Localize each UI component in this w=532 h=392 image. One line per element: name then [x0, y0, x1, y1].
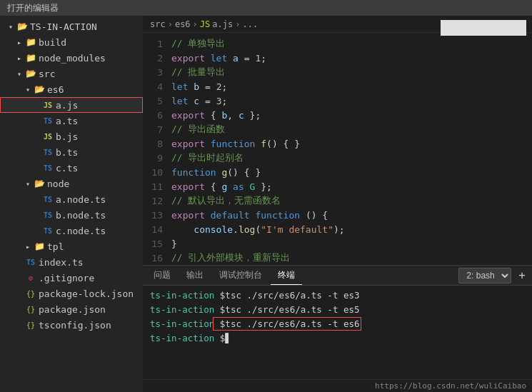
terminal-line-1: ts-in-action $tsc ./src/es6/a.ts -t es5 [150, 303, 525, 317]
tab-debug[interactable]: 调试控制台 [212, 266, 269, 285]
line-content: export default function () { [171, 210, 532, 221]
line-content: // 导出函数 [171, 123, 532, 136]
terminal-command: $tsc ./src/es6/a.ts -t es3 [214, 290, 359, 301]
code-line-4: 4let b = 2; [143, 79, 532, 94]
file-type-icon: JS [41, 132, 54, 141]
code-line-11: 11export { g as G }; [143, 179, 532, 194]
line-content: export let a = 1; [171, 53, 532, 64]
code-editor[interactable]: 1// 单独导出2export let a = 1;3// 批量导出4let b… [143, 33, 532, 265]
file-type-icon: TS [41, 116, 54, 126]
terminal-content[interactable]: ts-in-action $tsc ./src/es6/a.ts -t es3t… [143, 286, 532, 379]
sidebar-item-label: tsconfig.json [39, 320, 111, 331]
bash-select[interactable]: 2: bash [458, 268, 511, 283]
line-number: 5 [143, 96, 171, 106]
sidebar-item-label: b.ts [56, 147, 78, 158]
sidebar-item-index.ts[interactable]: TSindex.ts [0, 254, 143, 270]
sidebar-item-node_modules[interactable]: ▸📁node_modules [0, 50, 143, 66]
line-content: let b = 2; [171, 81, 532, 92]
line-content: // 单独导出 [171, 37, 532, 50]
sidebar-item-label: TS-IN-ACTION [30, 21, 97, 32]
file-type-icon: {} [24, 289, 37, 298]
breadcrumb-sep3: › [235, 19, 240, 29]
sidebar-item-package-lock.json[interactable]: {}package-lock.json [0, 286, 143, 301]
terminal-line-3: ts-in-action $▋ [150, 331, 525, 346]
sidebar-item-a.js[interactable]: JSa.js [0, 97, 143, 113]
sidebar-item-es6[interactable]: ▾📂es6 [0, 81, 143, 97]
sidebar-item-a.ts[interactable]: TSa.ts [0, 113, 143, 129]
line-number: 2 [143, 53, 171, 64]
terminal-command: $tsc ./src/es6/a.ts -t es6 [214, 318, 359, 329]
breadcrumb: src › es6 › JS a.js › ... [143, 16, 532, 33]
terminal-line-0: ts-in-action $tsc ./src/es6/a.ts -t es3 [150, 288, 525, 303]
sidebar-item-build[interactable]: ▸📁build [0, 34, 143, 50]
sidebar-item-label: es6 [47, 84, 64, 95]
main-area: ▾📂TS-IN-ACTION▸📁build▸📁node_modules▾📂src… [0, 16, 532, 392]
line-number: 13 [143, 210, 171, 221]
sidebar-item-label: c.ts [56, 163, 78, 174]
terminal-command: $tsc ./src/es6/a.ts -t es5 [214, 304, 359, 315]
sidebar-item-c.node.ts[interactable]: TSc.node.ts [0, 223, 143, 238]
code-line-12: 12// 默认导出，无需函数名 [143, 194, 532, 208]
sidebar-item-.gitignore[interactable]: ⊘.gitignore [0, 270, 143, 286]
line-content: // 默认导出，无需函数名 [171, 194, 532, 207]
line-content: export { g as G }; [171, 181, 532, 192]
sidebar-item-label: node_modules [39, 53, 106, 64]
sidebar-item-c.ts[interactable]: TSc.ts [0, 160, 143, 176]
sidebar-item-tpl[interactable]: ▸📁tpl [0, 238, 143, 254]
sidebar-item-root[interactable]: ▾📂TS-IN-ACTION [0, 19, 143, 34]
file-type-icon: TS [41, 226, 54, 236]
tab-output[interactable]: 输出 [179, 266, 211, 285]
code-line-13: 13export default function () { [143, 208, 532, 222]
tab-terminal[interactable]: 终端 [271, 266, 302, 285]
title-bar: 打开的编辑器 [0, 0, 532, 16]
terminal-prompt: ts-in-action [150, 304, 214, 315]
code-line-8: 8export function f() { } [143, 136, 532, 151]
chevron-icon: ▾ [6, 23, 16, 31]
sidebar-item-package.json[interactable]: {}package.json [0, 301, 143, 317]
sidebar-item-label: b.node.ts [56, 210, 106, 221]
chevron-icon: ▸ [23, 243, 33, 251]
code-line-14: 14 console.log("I'm default"); [143, 222, 532, 236]
chevron-icon: ▾ [23, 180, 33, 188]
line-content: function g() { } [171, 167, 532, 178]
line-number: 7 [143, 124, 171, 135]
sidebar-item-label: src [39, 69, 55, 79]
sidebar-item-a.node.ts[interactable]: TSa.node.ts [0, 191, 143, 207]
code-line-3: 3// 批量导出 [143, 65, 532, 79]
line-content: } [171, 238, 532, 249]
line-number: 3 [143, 67, 171, 78]
line-content: let c = 3; [171, 96, 532, 106]
file-type-icon: {} [24, 321, 37, 330]
code-line-7: 7// 导出函数 [143, 122, 532, 136]
chevron-icon: ▾ [23, 86, 33, 94]
file-type-icon: TS [41, 195, 54, 204]
file-type-icon: JS [41, 101, 54, 110]
footer-hint: https://blog.csdn.net/wuliCaibao [143, 379, 532, 392]
sidebar-item-b.ts[interactable]: TSb.ts [0, 144, 143, 160]
chevron-icon: ▸ [14, 39, 24, 46]
code-line-9: 9// 导出时起别名 [143, 151, 532, 165]
line-number: 12 [143, 196, 171, 206]
folder-icon: 📁 [24, 53, 37, 63]
sidebar-item-src[interactable]: ▾📂src [0, 66, 143, 81]
code-line-5: 5let c = 3; [143, 94, 532, 108]
file-type-icon: TS [41, 148, 54, 157]
tab-problems[interactable]: 问题 [146, 266, 178, 285]
sidebar-item-node[interactable]: ▾📂node [0, 176, 143, 191]
file-type-icon: TS [24, 258, 37, 267]
code-line-15: 15} [143, 236, 532, 251]
line-number: 8 [143, 139, 171, 149]
breadcrumb-sep2: › [193, 19, 198, 29]
terminal-line-2: ts-in-action $tsc ./src/es6/a.ts -t es6 [150, 317, 525, 331]
folder-icon: 📂 [33, 179, 46, 189]
file-type-icon: {} [24, 305, 37, 314]
chevron-icon: ▸ [14, 54, 24, 62]
line-number: 6 [143, 110, 171, 121]
sidebar-item-b.js[interactable]: JSb.js [0, 129, 143, 144]
line-number: 15 [143, 238, 171, 249]
terminal-add-button[interactable]: + [516, 268, 528, 282]
line-content: // 导出时起别名 [171, 151, 532, 164]
sidebar-item-tsconfig.json[interactable]: {}tsconfig.json [0, 317, 143, 333]
code-line-6: 6export { b, c }; [143, 108, 532, 122]
sidebar-item-b.node.ts[interactable]: TSb.node.ts [0, 207, 143, 223]
